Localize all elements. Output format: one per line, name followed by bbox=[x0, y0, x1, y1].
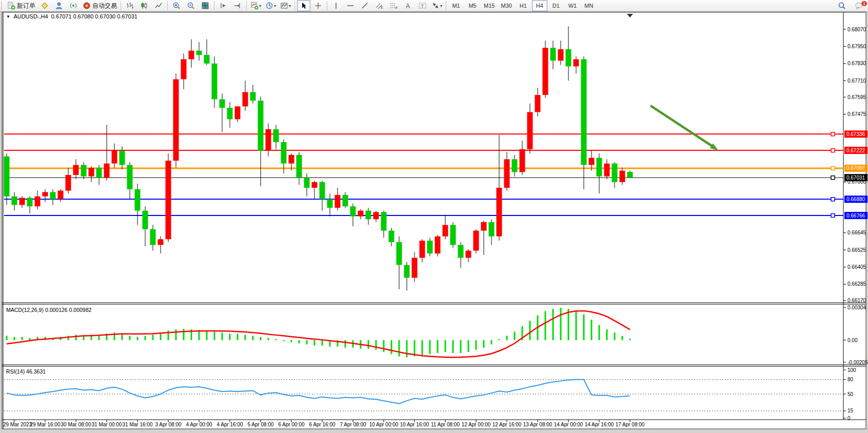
periods-button[interactable]: ▾ bbox=[264, 0, 278, 11]
toolbar-separator bbox=[121, 1, 121, 10]
svg-text:0.67830: 0.67830 bbox=[847, 61, 866, 66]
svg-text:6 Apr 16:00: 6 Apr 16:00 bbox=[309, 422, 336, 427]
macd-indicator-name: MACD(12,26,9) bbox=[6, 307, 44, 313]
svg-text:29 Mar 16:00: 29 Mar 16:00 bbox=[30, 422, 61, 427]
text-button[interactable]: A bbox=[401, 0, 415, 11]
rsi-indicator-value: 46.3631 bbox=[26, 368, 46, 375]
fibonacci-button[interactable]: F bbox=[387, 0, 400, 11]
svg-text:0.66880: 0.66880 bbox=[846, 196, 865, 202]
timeframe-d1-button[interactable]: D1 bbox=[548, 0, 564, 11]
toolbar-separator bbox=[446, 1, 446, 10]
svg-text:4 Apr 00:00: 4 Apr 00:00 bbox=[186, 422, 212, 427]
svg-text:0.66525: 0.66525 bbox=[847, 247, 866, 253]
svg-text:14 Apr 16:00: 14 Apr 16:00 bbox=[585, 422, 614, 427]
chart-ohlc-values: 0.67071 0.67080 0.67030 0.67031 bbox=[51, 13, 137, 19]
cursor-icon bbox=[300, 2, 308, 10]
svg-text:15: 15 bbox=[847, 408, 854, 414]
auto-scroll-button[interactable] bbox=[216, 0, 230, 11]
timeframe-mn-button[interactable]: MN bbox=[581, 0, 597, 11]
svg-text:0.66285: 0.66285 bbox=[847, 281, 866, 287]
svg-text:31 Mar 16:00: 31 Mar 16:00 bbox=[123, 422, 153, 427]
zoom-in-button[interactable] bbox=[170, 0, 183, 11]
trendline-icon bbox=[361, 2, 369, 10]
tile-windows-button[interactable] bbox=[199, 0, 212, 11]
timeframe-m30-button[interactable]: M30 bbox=[498, 0, 514, 11]
search-button[interactable] bbox=[835, 0, 849, 11]
crosshair-button[interactable] bbox=[311, 0, 325, 11]
horizontal-line-button[interactable] bbox=[344, 0, 357, 11]
timeframe-w1-button[interactable]: W1 bbox=[565, 0, 580, 11]
timeframe-m15-button[interactable]: M15 bbox=[481, 0, 497, 11]
macd-indicator-values: 0.000126 0.000982 bbox=[45, 307, 92, 313]
vertical-line-button[interactable] bbox=[329, 0, 343, 11]
chart-window: 0.680700.679500.678300.677100.675950.674… bbox=[0, 11, 868, 433]
line-chart-button[interactable] bbox=[152, 0, 165, 11]
auto-trading-button[interactable]: 自动交易 bbox=[81, 0, 119, 11]
signal-icon bbox=[69, 2, 77, 10]
svg-text:80: 80 bbox=[847, 377, 854, 382]
arrows-icon bbox=[431, 2, 440, 10]
timeframe-toolbar: M1M5M15M30H1H4D1W1MN bbox=[448, 0, 597, 11]
toolbar-separator bbox=[214, 1, 214, 10]
new-order-label: 新订单 bbox=[17, 2, 35, 10]
dropdown-caret: ▾ bbox=[289, 4, 291, 8]
timeframe-h1-button[interactable]: H1 bbox=[516, 0, 531, 11]
arrows-button[interactable]: ▾ bbox=[430, 0, 444, 11]
chart-shift-icon bbox=[233, 2, 242, 10]
svg-text:0.67475: 0.67475 bbox=[847, 111, 866, 117]
notification-badge: 1 bbox=[861, 1, 867, 7]
vertical-line-icon bbox=[332, 2, 340, 10]
trendline-button[interactable] bbox=[358, 0, 371, 11]
svg-text:5 Apr 08:00: 5 Apr 08:00 bbox=[247, 422, 274, 427]
svg-text:0.67336: 0.67336 bbox=[846, 131, 865, 137]
profile-button[interactable] bbox=[52, 0, 66, 11]
new-order-button[interactable]: 新订单 bbox=[6, 0, 37, 11]
macd-pane-label: MACD(12,26,9) 0.000126 0.000982 bbox=[6, 307, 91, 313]
signal-button[interactable] bbox=[67, 0, 80, 11]
svg-text:0: 0 bbox=[847, 416, 851, 421]
candlestick-chart-button[interactable] bbox=[137, 0, 151, 11]
svg-text:0.66405: 0.66405 bbox=[847, 264, 866, 270]
new-chart-button[interactable]: ▾ bbox=[249, 0, 263, 11]
svg-text:14 Apr 00:00: 14 Apr 00:00 bbox=[554, 422, 583, 427]
chart-shift-button[interactable] bbox=[231, 0, 244, 11]
search-icon bbox=[838, 2, 846, 10]
timeframe-m5-button[interactable]: M5 bbox=[465, 0, 480, 11]
notifications-button[interactable]: 1 bbox=[852, 0, 865, 11]
price-chart[interactable]: 0.680700.679500.678300.677100.675950.674… bbox=[0, 11, 868, 433]
svg-text:100: 100 bbox=[847, 367, 856, 373]
svg-text:30 Mar 08:00: 30 Mar 08:00 bbox=[61, 422, 91, 427]
cursor-button[interactable] bbox=[297, 0, 310, 11]
timeframe-m1-button[interactable]: M1 bbox=[448, 0, 464, 11]
svg-text:-0.00205: -0.00205 bbox=[847, 360, 868, 365]
new-order-icon bbox=[7, 2, 15, 10]
profile-icon bbox=[55, 2, 63, 10]
svg-text:A: A bbox=[406, 3, 410, 10]
toolbar-right-group: 1 bbox=[835, 0, 866, 11]
svg-text:0.67710: 0.67710 bbox=[847, 78, 866, 84]
zoom-out-button[interactable] bbox=[184, 0, 198, 11]
svg-text:11 Apr 08:00: 11 Apr 08:00 bbox=[431, 422, 460, 427]
dropdown-caret: ▾ bbox=[440, 4, 442, 8]
text-label-button[interactable]: T bbox=[416, 0, 429, 11]
bar-chart-button[interactable] bbox=[123, 0, 136, 11]
channel-button[interactable]: E bbox=[372, 0, 386, 11]
svg-text:10 Apr 16:00: 10 Apr 16:00 bbox=[400, 422, 429, 427]
timeframe-h4-button[interactable]: H4 bbox=[532, 0, 547, 11]
crosshair-icon bbox=[314, 2, 322, 10]
svg-text:0.67097: 0.67097 bbox=[846, 165, 865, 171]
svg-text:0.66170: 0.66170 bbox=[847, 298, 866, 303]
svg-text:13 Apr 08:00: 13 Apr 08:00 bbox=[523, 422, 553, 427]
toolbar-separator bbox=[294, 1, 295, 10]
templates-button[interactable]: ▾ bbox=[279, 0, 292, 11]
svg-text:29 Mar 2023: 29 Mar 2023 bbox=[3, 422, 32, 427]
svg-text:12 Apr 00:00: 12 Apr 00:00 bbox=[462, 422, 491, 427]
clock-icon bbox=[265, 2, 273, 10]
svg-text:3 Apr 08:00: 3 Apr 08:00 bbox=[155, 422, 182, 427]
svg-text:0.67595: 0.67595 bbox=[847, 94, 866, 100]
quotes-button[interactable] bbox=[38, 0, 51, 11]
templates-icon bbox=[280, 2, 288, 10]
svg-text:0.67950: 0.67950 bbox=[847, 44, 866, 49]
chart-title-caret-icon[interactable]: ▼ bbox=[6, 14, 10, 19]
fibonacci-icon: F bbox=[389, 2, 398, 10]
